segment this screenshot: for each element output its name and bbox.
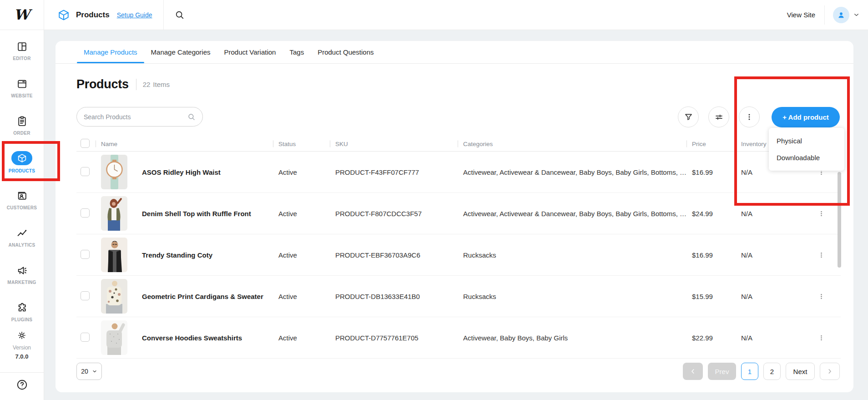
gear-icon	[17, 330, 27, 340]
product-price: $15.99	[686, 293, 736, 300]
products-table: Name Status SKU Categories Price Invento…	[76, 137, 841, 359]
layout-icon	[16, 40, 28, 53]
sort-settings-button[interactable]	[708, 106, 729, 127]
product-thumbnail-olive-jacket	[101, 196, 127, 231]
page-1-button[interactable]: 1	[741, 363, 758, 380]
product-name: ASOS Ridley High Waist	[142, 168, 221, 176]
sidebar-item-editor[interactable]: EDITOR	[0, 40, 44, 65]
product-price: $22.99	[686, 334, 736, 342]
heading-divider	[136, 79, 136, 90]
product-price: $16.99	[686, 251, 736, 259]
version-block: Version 7.0.0	[0, 330, 44, 360]
search-icon[interactable]	[175, 10, 185, 20]
page-2-button[interactable]: 2	[763, 363, 781, 380]
top-bar: W Products Setup Guide View Site	[0, 0, 868, 30]
topbar-divider	[824, 5, 825, 25]
product-inventory: N/A	[736, 251, 802, 259]
row-checkbox[interactable]	[81, 208, 90, 218]
sidebar-item-analytics[interactable]: ANALYTICS	[0, 227, 44, 251]
sidebar-item-marketing[interactable]: MARKETING	[0, 264, 44, 289]
account-chevron-down-icon[interactable]	[853, 11, 860, 18]
browser-icon	[16, 77, 28, 90]
sidebar-item-plugins[interactable]: PLUGINS	[0, 301, 44, 326]
add-product-menu: Physical Downloadable	[769, 128, 844, 171]
version-label: Version	[13, 344, 31, 351]
product-categories: Activewear, Baby Boys, Baby Girls	[458, 334, 686, 342]
product-name: Converse Hoodies Sweatshirts	[142, 334, 242, 342]
row-actions-kebab-icon[interactable]	[816, 249, 827, 261]
avatar[interactable]	[833, 7, 849, 23]
tab-bar: Manage Products Manage Categories Produc…	[56, 41, 853, 64]
product-categories: Activewear, Activewear & Dancewear, Baby…	[458, 168, 686, 176]
funnel-icon	[684, 112, 693, 122]
row-checkbox[interactable]	[81, 291, 90, 300]
column-header-price[interactable]: Price	[686, 141, 736, 147]
menu-item-physical[interactable]: Physical	[769, 132, 844, 149]
table-row: ASOS Ridley High Waist Active PRODUCT-F4…	[76, 152, 841, 193]
tab-manage-categories[interactable]: Manage Categories	[144, 41, 217, 63]
product-sku: PRODUCT-DB13633E41B0	[330, 293, 458, 300]
sidebar-item-website[interactable]: WEBSITE	[0, 77, 44, 102]
sidebar-item-customers[interactable]: CUSTOMERS	[0, 189, 44, 214]
product-thumbnail-print-cardigan	[101, 279, 127, 314]
row-checkbox[interactable]	[81, 250, 90, 259]
search-icon[interactable]	[187, 113, 196, 121]
cube-icon	[11, 151, 32, 165]
tab-manage-products[interactable]: Manage Products	[77, 41, 144, 63]
pagination-bar: 20 Prev 1 2 Next	[76, 362, 840, 380]
product-categories: Activewear, Activewear & Dancewear, Baby…	[458, 210, 686, 218]
chevron-left-icon	[689, 368, 696, 375]
product-inventory: N/A	[736, 293, 802, 300]
column-header-sku[interactable]: SKU	[330, 141, 458, 147]
view-site-link[interactable]: View Site	[787, 11, 815, 19]
row-actions-kebab-icon[interactable]	[816, 291, 827, 302]
next-page-button[interactable]: Next	[786, 363, 815, 380]
filter-button[interactable]	[678, 106, 699, 127]
prev-page-button[interactable]: Prev	[708, 363, 736, 380]
column-header-name[interactable]: Name	[96, 141, 273, 147]
tab-tags[interactable]: Tags	[283, 41, 311, 63]
add-product-button[interactable]: + Add product	[772, 107, 840, 127]
sidebar-item-order[interactable]: ORDER	[0, 115, 44, 139]
product-price: $24.99	[686, 210, 736, 218]
help-button[interactable]	[0, 379, 44, 391]
page-cube-icon	[58, 9, 70, 21]
column-header-categories[interactable]: Categories	[458, 141, 686, 147]
last-page-button[interactable]	[820, 363, 840, 380]
product-sku: PRODUCT-D7757761E705	[330, 334, 458, 342]
megaphone-icon	[16, 264, 28, 277]
column-header-status[interactable]: Status	[273, 141, 330, 147]
row-actions-kebab-icon[interactable]	[816, 208, 827, 219]
search-products-input[interactable]	[76, 107, 203, 127]
product-name: Geometric Print Cardigans & Sweater	[142, 293, 263, 300]
product-name: Denim Shell Top with Ruffle Front	[142, 210, 251, 218]
page-title-topbar: Products	[76, 10, 110, 20]
more-actions-button[interactable]	[739, 106, 760, 127]
product-categories: Rucksacks	[458, 293, 686, 300]
version-number: 7.0.0	[15, 353, 29, 360]
item-count: 22Items	[143, 81, 170, 88]
tab-product-questions[interactable]: Product Questions	[311, 41, 380, 63]
product-sku: PRODUCT-EBF36703A9C6	[330, 251, 458, 259]
search-products-field[interactable]	[84, 113, 187, 121]
first-page-button[interactable]	[683, 363, 703, 380]
row-actions-kebab-icon[interactable]	[816, 332, 827, 344]
row-checkbox[interactable]	[81, 167, 90, 176]
product-status: Active	[273, 168, 330, 176]
product-status: Active	[273, 251, 330, 259]
product-categories: Rucksacks	[458, 251, 686, 259]
menu-item-downloadable[interactable]: Downloadable	[769, 149, 844, 166]
page-size-select[interactable]: 20	[76, 363, 102, 380]
product-thumbnail-black-vest	[101, 238, 127, 272]
app-logo[interactable]: W	[0, 0, 44, 30]
sidebar-item-products[interactable]: PRODUCTS	[0, 152, 44, 177]
row-checkbox[interactable]	[81, 333, 90, 342]
select-all-checkbox[interactable]	[81, 139, 90, 148]
product-inventory: N/A	[736, 210, 802, 218]
setup-guide-link[interactable]: Setup Guide	[117, 11, 152, 19]
tab-product-variation[interactable]: Product Variation	[217, 41, 283, 63]
table-scrollbar[interactable]	[838, 172, 841, 268]
logo-text: W	[14, 8, 30, 22]
clipboard-icon	[16, 115, 28, 127]
table-row: Trendy Standing Coty Active PRODUCT-EBF3…	[76, 234, 841, 276]
